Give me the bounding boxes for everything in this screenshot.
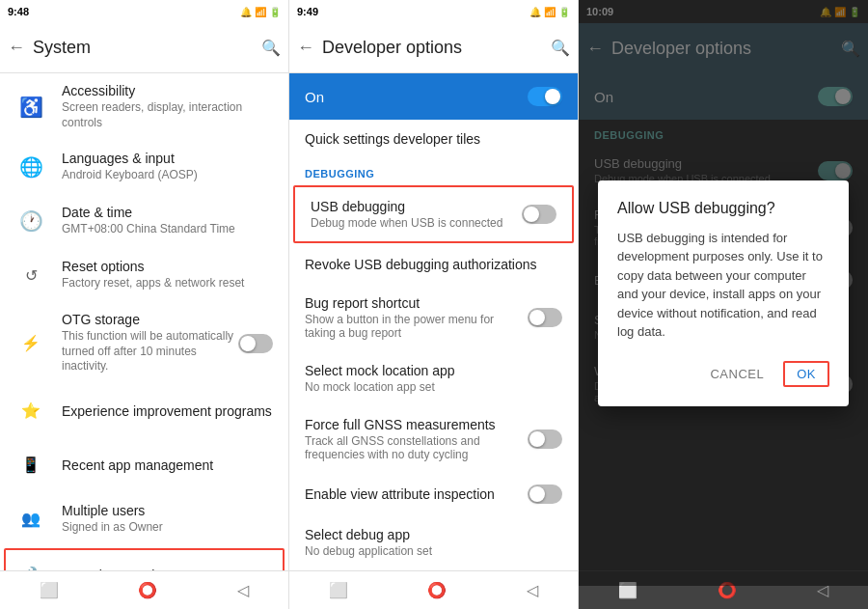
view-attribute-item[interactable]: Enable view attribute inspection (289, 473, 578, 515)
dialog-actions: CANCEL OK (617, 361, 829, 387)
otg-item[interactable]: ⚡ OTG storage This function will be auto… (0, 302, 288, 384)
reset-icon: ↺ (15, 266, 46, 285)
panel-system: 9:48 🔔 📶 🔋 ← System 🔍 ♿ Accessibility Sc… (0, 0, 289, 609)
status-bar-1: 9:48 🔔 📶 🔋 (0, 0, 288, 23)
multiple-users-item[interactable]: 👥 Multiple users Signed in as Owner (0, 492, 288, 546)
bug-report-item[interactable]: Bug report shortcut Show a button in the… (289, 284, 578, 351)
status-icons-1: 🔔 📶 🔋 (240, 7, 281, 17)
nav-circle-2[interactable]: ⭕ (412, 577, 462, 603)
search-icon-1[interactable]: 🔍 (261, 39, 281, 57)
dialog-body: USB debugging is intended for developmen… (617, 229, 829, 342)
back-button-1[interactable]: ← (8, 38, 25, 58)
time-2: 9:49 (297, 6, 318, 17)
dialog-title: Allow USB debugging? (617, 200, 829, 217)
view-attribute-toggle[interactable] (528, 484, 562, 504)
developer-settings-list: Quick settings developer tiles DEBUGGING… (289, 120, 578, 570)
dialog-overlay: Allow USB debugging? USB debugging is in… (579, 0, 868, 586)
mock-location-item[interactable]: Select mock location app No mock locatio… (289, 351, 578, 405)
reset-item[interactable]: ↺ Reset options Factory reset, apps & ne… (0, 248, 288, 302)
top-bar-1: ← System 🔍 (0, 23, 288, 73)
bug-report-toggle[interactable] (528, 308, 562, 327)
nav-back-1[interactable]: ◁ (222, 577, 264, 603)
developer-on-header: On (289, 73, 578, 120)
accessibility-icon: ♿ (15, 96, 46, 119)
panel-developer-options-dark: 10:09 🔔 📶 🔋 ← Developer options 🔍 On DEB… (579, 0, 868, 609)
search-icon-2[interactable]: 🔍 (551, 39, 570, 57)
languages-item[interactable]: 🌐 Languages & input Android Keyboard (AO… (0, 140, 288, 194)
status-icons-2: 🔔 📶 🔋 (529, 7, 570, 17)
language-icon: 🌐 (15, 155, 46, 179)
recent-apps-icon: 📱 (15, 456, 46, 474)
usb-debugging-toggle[interactable] (522, 205, 556, 224)
nav-square-2[interactable]: ⬜ (313, 577, 364, 603)
gnss-item[interactable]: Force full GNSS measurements Track all G… (289, 405, 578, 473)
users-icon: 👥 (15, 510, 46, 528)
top-bar-2: ← Developer options 🔍 (289, 23, 578, 73)
debugging-section-label: DEBUGGING (289, 158, 578, 183)
bottom-nav-1: ⬜ ⭕ ◁ (0, 570, 288, 609)
developer-options-item[interactable]: 🔧 Developer options (4, 548, 285, 570)
experience-icon: ⭐ (15, 401, 46, 420)
back-button-2[interactable]: ← (297, 38, 314, 58)
datetime-item[interactable]: 🕐 Date & time GMT+08:00 China Standard T… (0, 194, 288, 248)
otg-icon: ⚡ (15, 334, 46, 352)
page-title-1: System (33, 38, 254, 58)
bottom-nav-2: ⬜ ⭕ ◁ (289, 570, 578, 609)
nav-back-2[interactable]: ◁ (511, 577, 554, 603)
nav-circle-1[interactable]: ⭕ (122, 577, 173, 603)
accessibility-item[interactable]: ♿ Accessibility Screen readers, display,… (0, 73, 288, 140)
usb-debugging-item[interactable]: USB debugging Debug mode when USB is con… (293, 185, 574, 243)
gnss-toggle[interactable] (528, 429, 562, 449)
developer-on-toggle[interactable] (528, 87, 562, 106)
debug-app-item[interactable]: Select debug app No debug application se… (289, 515, 578, 569)
otg-toggle[interactable] (238, 334, 273, 353)
panel-developer-options: 9:49 🔔 📶 🔋 ← Developer options 🔍 On Quic… (289, 0, 579, 609)
settings-list-1: ♿ Accessibility Screen readers, display,… (0, 73, 288, 570)
quick-settings-tiles-item[interactable]: Quick settings developer tiles (289, 120, 578, 158)
nav-square-1[interactable]: ⬜ (24, 577, 74, 603)
time-1: 9:48 (8, 6, 29, 17)
clock-icon: 🕐 (15, 209, 46, 233)
experience-item[interactable]: ⭐ Experience improvement programs (0, 384, 288, 438)
revoke-usb-item[interactable]: Revoke USB debugging authorizations (289, 245, 578, 284)
dialog-cancel-button[interactable]: CANCEL (698, 361, 775, 387)
page-title-2: Developer options (322, 38, 543, 58)
allow-usb-dialog: Allow USB debugging? USB debugging is in… (598, 180, 849, 406)
dialog-ok-button[interactable]: OK (783, 361, 829, 387)
recent-apps-item[interactable]: 📱 Recent app management (0, 438, 288, 492)
status-bar-2: 9:49 🔔 📶 🔋 (289, 0, 578, 23)
